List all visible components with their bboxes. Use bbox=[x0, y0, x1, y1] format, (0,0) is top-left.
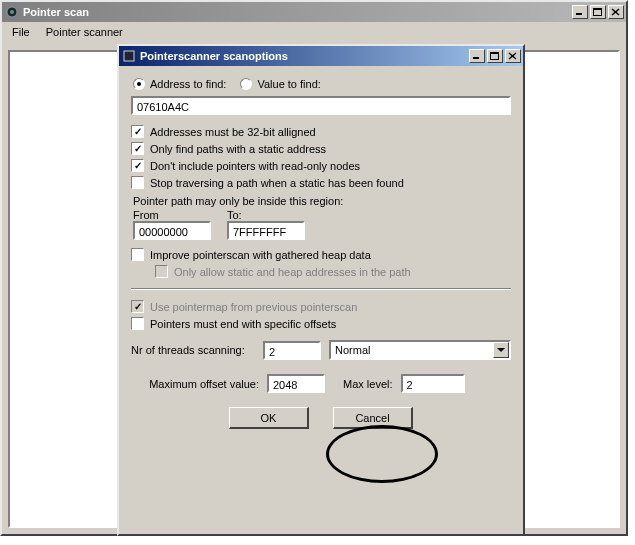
dialog-titlebar: Pointerscanner scanoptions bbox=[119, 46, 523, 66]
label-static-only: Only find paths with a static address bbox=[150, 143, 326, 155]
priority-dropdown[interactable]: Normal bbox=[329, 340, 511, 360]
checkbox-use-pointermap bbox=[131, 300, 144, 313]
svg-point-1 bbox=[10, 10, 14, 14]
to-label: To: bbox=[227, 209, 305, 221]
label-end-offsets: Pointers must end with specific offsets bbox=[150, 318, 336, 330]
threads-input[interactable]: 2 bbox=[263, 341, 321, 360]
main-titlebar: Pointer scan bbox=[2, 2, 626, 22]
app-icon bbox=[5, 5, 19, 19]
label-32bit-aligned: Addresses must be 32-bit alligned bbox=[150, 126, 316, 138]
dialog-title: Pointerscanner scanoptions bbox=[140, 50, 467, 62]
label-no-readonly: Don't include pointers with read-only no… bbox=[150, 160, 360, 172]
to-input[interactable]: 7FFFFFFF bbox=[227, 221, 305, 240]
dialog-app-icon bbox=[122, 49, 136, 63]
radio-label-value: Value to find: bbox=[257, 78, 320, 90]
cancel-button[interactable]: Cancel bbox=[333, 407, 413, 429]
max-offset-input[interactable]: 2048 bbox=[267, 374, 325, 393]
checkbox-end-offsets[interactable] bbox=[131, 317, 144, 330]
address-input[interactable]: 07610A4C bbox=[131, 96, 511, 115]
svg-rect-8 bbox=[473, 57, 479, 59]
minimize-button[interactable] bbox=[572, 5, 588, 19]
label-improve-heap: Improve pointerscan with gathered heap d… bbox=[150, 249, 371, 261]
menubar: File Pointer scanner bbox=[2, 22, 626, 42]
checkbox-32bit-aligned[interactable] bbox=[131, 125, 144, 138]
ok-button[interactable]: OK bbox=[229, 407, 309, 429]
scanoptions-dialog: Pointerscanner scanoptions Address to fi… bbox=[117, 44, 525, 536]
max-level-input[interactable]: 2 bbox=[401, 374, 465, 393]
checkbox-static-only[interactable] bbox=[131, 142, 144, 155]
label-stop-on-static: Stop traversing a path when a static has… bbox=[150, 177, 404, 189]
menu-pointer-scanner[interactable]: Pointer scanner bbox=[38, 24, 131, 40]
close-button[interactable] bbox=[608, 5, 624, 19]
threads-label: Nr of threads scanning: bbox=[131, 344, 255, 356]
priority-value: Normal bbox=[335, 344, 370, 356]
svg-rect-2 bbox=[576, 13, 582, 15]
label-only-static-heap: Only allow static and heap addresses in … bbox=[174, 266, 411, 278]
radio-dot-icon bbox=[240, 78, 252, 90]
svg-rect-4 bbox=[593, 8, 602, 10]
dialog-body: Address to find: Value to find: 07610A4C… bbox=[119, 66, 523, 437]
checkbox-stop-on-static[interactable] bbox=[131, 176, 144, 189]
radio-dot-icon bbox=[133, 78, 145, 90]
radio-label-address: Address to find: bbox=[150, 78, 226, 90]
checkbox-improve-heap[interactable] bbox=[131, 248, 144, 261]
from-label: From bbox=[133, 209, 211, 221]
max-offset-label: Maximum offset value: bbox=[131, 378, 259, 390]
chevron-down-icon bbox=[493, 342, 509, 358]
region-label: Pointer path may only be inside this reg… bbox=[133, 195, 511, 207]
radio-address-to-find[interactable]: Address to find: bbox=[133, 78, 226, 90]
maximize-button[interactable] bbox=[590, 5, 606, 19]
main-title: Pointer scan bbox=[23, 6, 570, 18]
dialog-maximize-button[interactable] bbox=[487, 49, 503, 63]
from-input[interactable]: 00000000 bbox=[133, 221, 211, 240]
dialog-close-button[interactable] bbox=[505, 49, 521, 63]
menu-file[interactable]: File bbox=[4, 24, 38, 40]
checkbox-no-readonly[interactable] bbox=[131, 159, 144, 172]
radio-value-to-find[interactable]: Value to find: bbox=[240, 78, 320, 90]
svg-rect-10 bbox=[490, 52, 499, 54]
max-level-label: Max level: bbox=[343, 378, 393, 390]
checkbox-only-static-heap bbox=[155, 265, 168, 278]
svg-rect-7 bbox=[124, 51, 134, 61]
separator bbox=[131, 288, 511, 290]
label-use-pointermap: Use pointermap from previous pointerscan bbox=[150, 301, 357, 313]
dialog-minimize-button[interactable] bbox=[469, 49, 485, 63]
